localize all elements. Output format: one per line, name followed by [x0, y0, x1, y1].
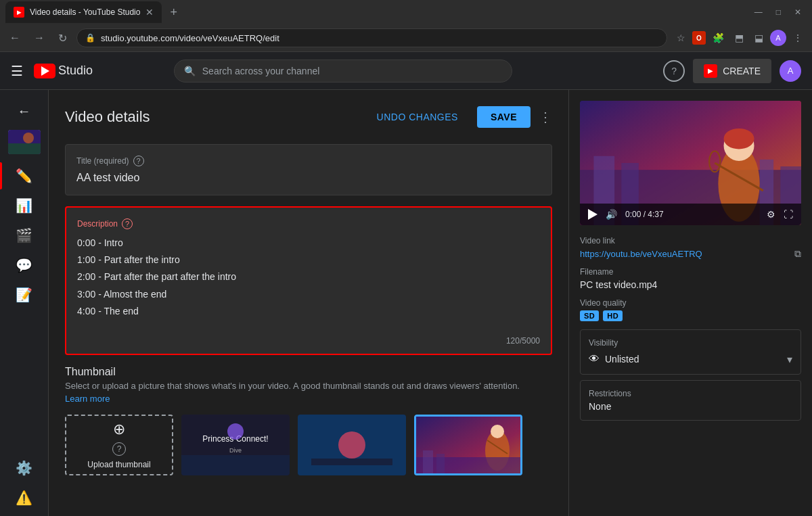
more-options-button[interactable]: ⋮: [539, 109, 552, 125]
video-overlay: 🔊 0:00 / 4:37 ⚙ ⛶: [580, 204, 801, 225]
fullscreen-button[interactable]: ⛶: [784, 209, 793, 220]
title-help-icon[interactable]: ?: [133, 156, 144, 166]
desc-line-2: 1:00 - Part after the intro: [77, 252, 540, 268]
learn-more-link[interactable]: Learn more: [65, 394, 552, 404]
svg-rect-17: [436, 454, 445, 475]
filename-value: PC test video.mp4: [580, 279, 801, 290]
thumbnail-option-2[interactable]: [298, 415, 406, 475]
toolbar-actions: ☆ O 🧩 ⬒ ⬓ A ⋮: [673, 30, 807, 46]
maximize-button[interactable]: □: [771, 5, 786, 20]
copy-link-button[interactable]: ⧉: [794, 248, 801, 260]
new-tab-button[interactable]: +: [164, 3, 183, 22]
sidebar-back-button[interactable]: ←: [9, 95, 39, 127]
forward-button[interactable]: →: [30, 29, 49, 47]
title-label: Title (required) ?: [76, 156, 541, 166]
analytics-icon: 📊: [16, 197, 32, 214]
description-label: Description ?: [77, 218, 540, 229]
sidebar-item-issues[interactable]: ⚠️: [0, 484, 48, 511]
sidebar-item-edit[interactable]: ✏️: [0, 162, 48, 189]
top-bar: ☰ Studio 🔍 Search across your channel ? …: [0, 52, 812, 90]
svg-point-7: [227, 423, 244, 440]
video-quality-label: Video quality: [580, 298, 801, 308]
svg-point-9: [338, 431, 365, 459]
help-button[interactable]: ?: [663, 60, 685, 82]
play-button[interactable]: [588, 209, 597, 220]
svg-text:Dive: Dive: [229, 447, 242, 454]
sidebar-item-content[interactable]: 🎬: [0, 222, 48, 249]
thumbnail-option-1[interactable]: Princess Connect! Dive: [181, 415, 290, 475]
profile-avatar[interactable]: A: [770, 30, 786, 46]
active-indicator: [0, 162, 2, 189]
search-bar[interactable]: 🔍 Search across your channel: [174, 60, 512, 83]
back-button[interactable]: ←: [5, 29, 24, 47]
minimize-button[interactable]: —: [749, 5, 768, 20]
subtitles-icon: 📝: [16, 287, 32, 303]
reload-button[interactable]: ↻: [54, 29, 71, 47]
visibility-dropdown-arrow[interactable]: ▾: [787, 353, 792, 366]
address-bar[interactable]: 🔒 studio.youtube.com/video/veVxeuAETRQ/e…: [76, 28, 667, 47]
svg-rect-10: [311, 459, 392, 465]
create-button[interactable]: ▶ CREATE: [693, 59, 771, 83]
restrictions-value: None: [589, 401, 792, 412]
video-settings-button[interactable]: ⚙: [767, 209, 775, 220]
sidebar-item-comments[interactable]: 💬: [0, 252, 48, 279]
tab-favicon: ▶: [14, 7, 24, 18]
visibility-eye-icon: 👁: [589, 353, 600, 365]
filename-section: Filename PC test video.mp4: [580, 267, 801, 290]
undo-changes-button[interactable]: UNDO CHANGES: [366, 106, 469, 128]
content-area: Video details UNDO CHANGES SAVE ⋮ Title …: [49, 90, 568, 516]
description-help-icon[interactable]: ?: [122, 218, 133, 229]
youtube-studio-app: ☰ Studio 🔍 Search across your channel ? …: [0, 52, 812, 516]
search-placeholder: Search across your channel: [202, 66, 320, 76]
upload-thumbnail-button[interactable]: ⊕ ? Upload thumbnail: [65, 415, 173, 475]
tab-label: Video details - YouTube Studio: [30, 7, 140, 17]
visibility-label: Visibility: [589, 338, 792, 348]
upload-icon: ⊕: [113, 421, 125, 438]
tab-close-button[interactable]: ✕: [145, 7, 154, 18]
visibility-text: Unlisted: [605, 354, 639, 365]
main-layout: ← ✏️ 📊 🎬 💬: [0, 90, 812, 516]
thumbnail-option-3-selected[interactable]: [414, 415, 522, 475]
edit-icon: ✏️: [16, 168, 32, 184]
browser-tabs: ▶ Video details - YouTube Studio ✕ + — □…: [0, 0, 812, 24]
svg-rect-16: [423, 450, 433, 475]
active-tab[interactable]: ▶ Video details - YouTube Studio ✕: [5, 1, 162, 23]
sidebar-item-settings[interactable]: ⚙️: [0, 454, 48, 482]
title-field-group[interactable]: Title (required) ? AA test video: [65, 144, 552, 195]
comments-icon: 💬: [16, 257, 32, 273]
desc-line-5: 4:00 - The end: [77, 303, 540, 320]
thumbnail-section-desc: Select or upload a picture that shows wh…: [65, 381, 552, 391]
content-icon: 🎬: [16, 227, 32, 243]
puzzle-icon[interactable]: 🧩: [708, 30, 728, 46]
video-link[interactable]: https://youtu.be/veVxeuAETRQ: [580, 249, 702, 259]
sidebar-item-subtitles[interactable]: 📝: [0, 281, 48, 308]
upload-help-icon[interactable]: ?: [112, 442, 126, 456]
description-field[interactable]: Description ? 0:00 - Intro 1:00 - Part a…: [65, 206, 552, 355]
close-button[interactable]: ✕: [789, 5, 807, 20]
header-actions: UNDO CHANGES SAVE ⋮: [366, 106, 552, 128]
video-link-section: Video link ⧉ https://youtu.be/veVxeuAETR…: [580, 236, 801, 259]
video-link-label: Video link: [580, 236, 801, 245]
video-quality-section: Video quality SD HD: [580, 298, 801, 321]
studio-text: Studio: [58, 64, 93, 78]
menu-button[interactable]: ⋮: [789, 30, 807, 46]
search-icon: 🔍: [184, 66, 196, 76]
sidebar-edit-wrapper: ✏️: [0, 162, 48, 189]
visibility-section[interactable]: Visibility 👁 Unlisted ▾: [580, 329, 801, 375]
bookmark-button[interactable]: ☆: [673, 30, 690, 46]
thumbnail-section: Thumbnail Select or upload a picture tha…: [65, 366, 552, 475]
volume-button[interactable]: 🔊: [606, 209, 617, 220]
sidebar-video-thumbnail[interactable]: [8, 130, 41, 154]
video-preview: 🔊 0:00 / 4:37 ⚙ ⛶: [580, 101, 801, 225]
save-button[interactable]: SAVE: [477, 106, 531, 128]
hamburger-menu[interactable]: ☰: [11, 63, 23, 79]
thumbnail-section-title: Thumbnail: [65, 366, 552, 378]
cast-icon[interactable]: ⬒: [731, 30, 748, 46]
svg-point-26: [724, 128, 754, 149]
lock-icon: 🔒: [85, 33, 95, 43]
sidebar-item-analytics[interactable]: 📊: [0, 192, 48, 219]
sidebar-toggle[interactable]: ⬓: [750, 30, 767, 46]
desc-line-1: 0:00 - Intro: [77, 235, 540, 252]
page-title: Video details: [65, 108, 150, 126]
user-avatar[interactable]: A: [780, 60, 801, 82]
